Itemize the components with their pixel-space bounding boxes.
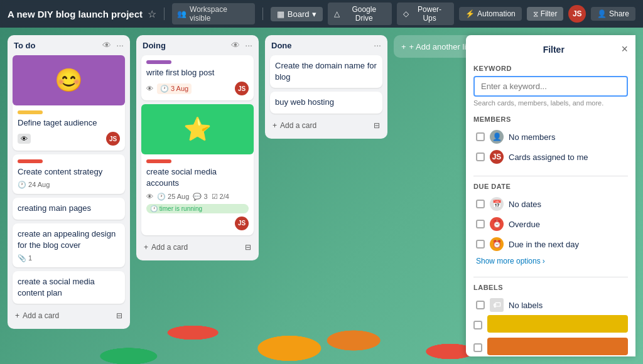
automation-button[interactable]: ⚡ Automation xyxy=(459,7,522,21)
card-social-accounts[interactable]: ⭐ create social media accounts 👁 🕐 25 Au… xyxy=(141,104,254,235)
filter-due-section: Due date 📅 No dates ⏰ Overdue ⏰ Due in t… xyxy=(473,183,628,268)
project-title: A new DIY blog launch project xyxy=(8,9,143,19)
filter-cards-assigned[interactable]: JS Cards assigned to me xyxy=(473,147,628,167)
card-label-red-2 xyxy=(146,159,171,163)
automation-label: Automation xyxy=(477,9,516,18)
list-done: Done ··· Create the domain name for blog… xyxy=(265,35,387,139)
eye-icon-doing[interactable]: 👁 xyxy=(231,40,240,50)
card-label-purple xyxy=(146,60,171,64)
eye-item: 👁 xyxy=(146,85,153,92)
star-icon[interactable]: ☆ xyxy=(148,8,156,20)
share-button[interactable]: 👤 Share xyxy=(591,7,635,21)
lightning-icon: ⚡ xyxy=(465,9,475,18)
workspace-icon: 👥 xyxy=(177,9,186,18)
card-hosting[interactable]: buy web hosting xyxy=(270,92,382,113)
filter-no-dates[interactable]: 📅 No dates xyxy=(473,194,628,214)
separator-2 xyxy=(262,8,263,20)
separator xyxy=(164,8,165,20)
card-content-strategy[interactable]: Create content strategy 🕐 24 Aug xyxy=(13,154,125,194)
checkbox-overdue[interactable] xyxy=(476,220,485,228)
filter-members-section: Members 👤 No members JS Cards assigned t… xyxy=(473,115,628,167)
add-card-label: Add a card xyxy=(23,311,59,320)
orange-label-swatch[interactable] xyxy=(487,338,628,355)
power-ups-button[interactable]: ◇ Power-Ups xyxy=(397,3,454,25)
board-button[interactable]: ▦ Board ▾ xyxy=(271,7,323,21)
more-icon-doing[interactable]: ··· xyxy=(245,40,252,50)
power-ups-label: Power-Ups xyxy=(411,5,448,23)
template-icon: ⊟ xyxy=(116,311,122,320)
filter-overdue[interactable]: ⏰ Overdue xyxy=(473,214,628,234)
add-list-label: + Add another list xyxy=(409,42,473,51)
person-icon-gray: 👤 xyxy=(490,130,504,144)
due-badge-orange: 🕐 3 Aug xyxy=(157,83,192,94)
keyword-hint: Search cards, members, labels, and more. xyxy=(473,99,628,107)
checkbox-no-members[interactable] xyxy=(476,132,485,141)
filter-no-members[interactable]: 👤 No members xyxy=(473,127,628,147)
filter-header: Filter × xyxy=(473,43,628,56)
keyword-input[interactable] xyxy=(473,76,628,97)
workspace-button[interactable]: 👥 Workspace visible xyxy=(172,3,255,24)
filter-label: Filter xyxy=(541,9,558,18)
checkbox-assigned[interactable] xyxy=(476,153,485,161)
card-title-7: create social media accounts xyxy=(146,166,249,189)
plus-icon-3: + xyxy=(273,121,277,130)
eye-icon[interactable]: 👁 xyxy=(102,40,111,50)
card-title-2: Create content strategy xyxy=(18,166,120,178)
card-main-pages[interactable]: creating main pages xyxy=(13,198,125,219)
list-todo-icons: 👁 ··· xyxy=(102,40,124,50)
card-domain[interactable]: Create the domain name for blog xyxy=(270,55,382,88)
card-meta-2: 🕐 24 Aug xyxy=(18,181,120,189)
workspace-label: Workspace visible xyxy=(190,5,250,23)
filter-keyword-section: Keyword Search cards, members, labels, a… xyxy=(473,65,628,107)
filter-no-labels[interactable]: 🏷 No labels xyxy=(473,295,628,315)
list-todo-header: To do 👁 ··· xyxy=(13,40,125,50)
board-label: Board xyxy=(288,9,310,19)
card-avatar: JS xyxy=(106,132,120,146)
filter-button[interactable]: ⧖ Filter xyxy=(527,7,564,21)
checkbox-no-labels[interactable] xyxy=(476,301,485,309)
card-meta: 👁 JS xyxy=(18,132,120,146)
list-doing-title: Doing xyxy=(143,41,166,50)
timer-badge: 🕐 timer is running xyxy=(146,204,249,213)
user-avatar-js: JS xyxy=(490,150,504,164)
show-more-link[interactable]: Show more options › xyxy=(473,254,628,268)
card-blog-cover[interactable]: create an appealing design for the blog … xyxy=(13,223,125,267)
more-icon-done[interactable]: ··· xyxy=(374,40,381,50)
google-drive-button[interactable]: △ Google Drive xyxy=(328,3,392,25)
divider-1 xyxy=(473,176,628,176)
filter-close-button[interactable]: × xyxy=(621,43,628,56)
cards-assigned-label: Cards assigned to me xyxy=(509,153,588,162)
card-title-9: buy web hosting xyxy=(275,97,377,108)
list-done-icons: ··· xyxy=(374,40,381,50)
add-card-label-3: Add a card xyxy=(280,121,316,130)
list-doing-icons: 👁 ··· xyxy=(231,40,252,50)
board-area: To do 👁 ··· 😊 Define taget audience 👁 JS xyxy=(0,28,643,364)
timer-row: 🕐 timer is running xyxy=(146,204,249,213)
checkbox-yellow-label[interactable] xyxy=(473,321,482,329)
checkbox-no-dates[interactable] xyxy=(476,200,485,208)
plus-icon-2: + xyxy=(144,243,148,252)
checkbox-orange-label[interactable] xyxy=(473,343,482,352)
label-row-orange xyxy=(473,338,628,356)
filter-icon: ⧖ xyxy=(533,9,538,18)
comments: 💬 3 xyxy=(193,193,207,201)
card-meta-6: 👁 🕐 3 Aug JS xyxy=(146,82,249,95)
yellow-label-swatch[interactable] xyxy=(487,315,628,333)
overdue-label: Overdue xyxy=(509,220,540,229)
card-social-plan[interactable]: create a social media content plan xyxy=(13,271,125,304)
chevron-down-icon: ▾ xyxy=(312,9,316,19)
eye-item-2: 👁 xyxy=(146,193,153,200)
more-icon[interactable]: ··· xyxy=(116,40,124,50)
card-first-blog[interactable]: write first blog post 👁 🕐 3 Aug JS xyxy=(141,55,254,100)
filter-next-day[interactable]: ⏰ Due in the next day xyxy=(473,234,628,254)
list-done-title: Done xyxy=(271,41,292,50)
add-card-done[interactable]: + Add a card ⊟ xyxy=(270,117,382,134)
add-card-todo[interactable]: + Add a card ⊟ xyxy=(13,308,125,324)
powerups-icon: ◇ xyxy=(403,9,409,18)
checkbox-next-day[interactable] xyxy=(476,240,485,249)
avatar-row: JS xyxy=(146,217,249,230)
checklist: ☑ 2/4 xyxy=(212,193,229,201)
add-card-doing[interactable]: + Add a card ⊟ xyxy=(141,239,254,255)
avatar[interactable]: JS xyxy=(568,5,586,23)
card-define-audience[interactable]: 😊 Define taget audience 👁 JS xyxy=(13,55,125,151)
